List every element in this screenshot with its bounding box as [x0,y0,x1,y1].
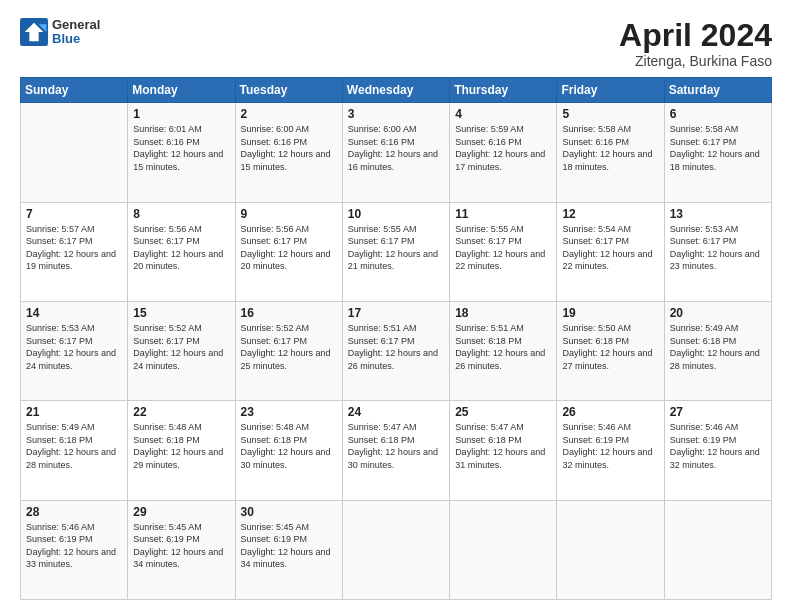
calendar-cell [664,500,771,599]
cell-info: Sunrise: 5:45 AMSunset: 6:19 PMDaylight:… [241,521,337,571]
day-number: 28 [26,505,122,519]
calendar-header-saturday: Saturday [664,78,771,103]
logo-general: General [52,18,100,32]
day-number: 9 [241,207,337,221]
day-number: 29 [133,505,229,519]
calendar-week-row: 7Sunrise: 5:57 AMSunset: 6:17 PMDaylight… [21,202,772,301]
cell-info: Sunrise: 5:54 AMSunset: 6:17 PMDaylight:… [562,223,658,273]
header: General Blue April 2024 Zitenga, Burkina… [20,18,772,69]
cell-info: Sunrise: 5:58 AMSunset: 6:17 PMDaylight:… [670,123,766,173]
cell-info: Sunrise: 5:46 AMSunset: 6:19 PMDaylight:… [670,421,766,471]
day-number: 6 [670,107,766,121]
calendar-cell: 27Sunrise: 5:46 AMSunset: 6:19 PMDayligh… [664,401,771,500]
calendar-cell: 17Sunrise: 5:51 AMSunset: 6:17 PMDayligh… [342,301,449,400]
day-number: 14 [26,306,122,320]
day-number: 8 [133,207,229,221]
cell-info: Sunrise: 5:56 AMSunset: 6:17 PMDaylight:… [133,223,229,273]
logo-text: General Blue [52,18,100,47]
day-number: 2 [241,107,337,121]
cell-info: Sunrise: 5:53 AMSunset: 6:17 PMDaylight:… [670,223,766,273]
calendar-cell: 19Sunrise: 5:50 AMSunset: 6:18 PMDayligh… [557,301,664,400]
day-number: 4 [455,107,551,121]
calendar-cell: 29Sunrise: 5:45 AMSunset: 6:19 PMDayligh… [128,500,235,599]
day-number: 23 [241,405,337,419]
cell-info: Sunrise: 5:52 AMSunset: 6:17 PMDaylight:… [241,322,337,372]
day-number: 5 [562,107,658,121]
logo-blue: Blue [52,32,100,46]
calendar-cell: 10Sunrise: 5:55 AMSunset: 6:17 PMDayligh… [342,202,449,301]
day-number: 13 [670,207,766,221]
calendar-cell: 20Sunrise: 5:49 AMSunset: 6:18 PMDayligh… [664,301,771,400]
cell-info: Sunrise: 5:52 AMSunset: 6:17 PMDaylight:… [133,322,229,372]
calendar-table: SundayMondayTuesdayWednesdayThursdayFrid… [20,77,772,600]
title-block: April 2024 Zitenga, Burkina Faso [619,18,772,69]
calendar-cell: 3Sunrise: 6:00 AMSunset: 6:16 PMDaylight… [342,103,449,202]
page: General Blue April 2024 Zitenga, Burkina… [0,0,792,612]
cell-info: Sunrise: 5:57 AMSunset: 6:17 PMDaylight:… [26,223,122,273]
cell-info: Sunrise: 6:00 AMSunset: 6:16 PMDaylight:… [241,123,337,173]
calendar-cell: 25Sunrise: 5:47 AMSunset: 6:18 PMDayligh… [450,401,557,500]
page-subtitle: Zitenga, Burkina Faso [619,53,772,69]
calendar-cell: 5Sunrise: 5:58 AMSunset: 6:16 PMDaylight… [557,103,664,202]
day-number: 19 [562,306,658,320]
cell-info: Sunrise: 5:46 AMSunset: 6:19 PMDaylight:… [26,521,122,571]
calendar-cell [557,500,664,599]
day-number: 26 [562,405,658,419]
page-title: April 2024 [619,18,772,53]
calendar-cell: 26Sunrise: 5:46 AMSunset: 6:19 PMDayligh… [557,401,664,500]
calendar-header-monday: Monday [128,78,235,103]
calendar-header-sunday: Sunday [21,78,128,103]
calendar-cell: 11Sunrise: 5:55 AMSunset: 6:17 PMDayligh… [450,202,557,301]
calendar-cell: 1Sunrise: 6:01 AMSunset: 6:16 PMDaylight… [128,103,235,202]
day-number: 20 [670,306,766,320]
calendar-cell [21,103,128,202]
calendar-cell: 16Sunrise: 5:52 AMSunset: 6:17 PMDayligh… [235,301,342,400]
calendar-cell: 2Sunrise: 6:00 AMSunset: 6:16 PMDaylight… [235,103,342,202]
calendar-cell: 13Sunrise: 5:53 AMSunset: 6:17 PMDayligh… [664,202,771,301]
cell-info: Sunrise: 5:47 AMSunset: 6:18 PMDaylight:… [455,421,551,471]
cell-info: Sunrise: 5:47 AMSunset: 6:18 PMDaylight:… [348,421,444,471]
day-number: 30 [241,505,337,519]
calendar-cell [450,500,557,599]
day-number: 22 [133,405,229,419]
cell-info: Sunrise: 5:49 AMSunset: 6:18 PMDaylight:… [670,322,766,372]
cell-info: Sunrise: 5:50 AMSunset: 6:18 PMDaylight:… [562,322,658,372]
calendar-cell: 18Sunrise: 5:51 AMSunset: 6:18 PMDayligh… [450,301,557,400]
cell-info: Sunrise: 5:48 AMSunset: 6:18 PMDaylight:… [133,421,229,471]
cell-info: Sunrise: 5:51 AMSunset: 6:18 PMDaylight:… [455,322,551,372]
cell-info: Sunrise: 5:55 AMSunset: 6:17 PMDaylight:… [348,223,444,273]
day-number: 3 [348,107,444,121]
cell-info: Sunrise: 5:56 AMSunset: 6:17 PMDaylight:… [241,223,337,273]
day-number: 12 [562,207,658,221]
calendar-week-row: 21Sunrise: 5:49 AMSunset: 6:18 PMDayligh… [21,401,772,500]
day-number: 18 [455,306,551,320]
calendar-header-friday: Friday [557,78,664,103]
cell-info: Sunrise: 5:51 AMSunset: 6:17 PMDaylight:… [348,322,444,372]
day-number: 21 [26,405,122,419]
calendar-header-wednesday: Wednesday [342,78,449,103]
calendar-header-tuesday: Tuesday [235,78,342,103]
cell-info: Sunrise: 5:46 AMSunset: 6:19 PMDaylight:… [562,421,658,471]
day-number: 1 [133,107,229,121]
calendar-week-row: 1Sunrise: 6:01 AMSunset: 6:16 PMDaylight… [21,103,772,202]
calendar-cell: 8Sunrise: 5:56 AMSunset: 6:17 PMDaylight… [128,202,235,301]
calendar-cell: 30Sunrise: 5:45 AMSunset: 6:19 PMDayligh… [235,500,342,599]
cell-info: Sunrise: 6:00 AMSunset: 6:16 PMDaylight:… [348,123,444,173]
calendar-week-row: 28Sunrise: 5:46 AMSunset: 6:19 PMDayligh… [21,500,772,599]
calendar-cell: 24Sunrise: 5:47 AMSunset: 6:18 PMDayligh… [342,401,449,500]
day-number: 24 [348,405,444,419]
cell-info: Sunrise: 6:01 AMSunset: 6:16 PMDaylight:… [133,123,229,173]
calendar-cell: 22Sunrise: 5:48 AMSunset: 6:18 PMDayligh… [128,401,235,500]
calendar-cell: 6Sunrise: 5:58 AMSunset: 6:17 PMDaylight… [664,103,771,202]
calendar-cell: 9Sunrise: 5:56 AMSunset: 6:17 PMDaylight… [235,202,342,301]
day-number: 15 [133,306,229,320]
cell-info: Sunrise: 5:49 AMSunset: 6:18 PMDaylight:… [26,421,122,471]
calendar-header-thursday: Thursday [450,78,557,103]
calendar-cell: 4Sunrise: 5:59 AMSunset: 6:16 PMDaylight… [450,103,557,202]
cell-info: Sunrise: 5:59 AMSunset: 6:16 PMDaylight:… [455,123,551,173]
calendar-week-row: 14Sunrise: 5:53 AMSunset: 6:17 PMDayligh… [21,301,772,400]
calendar-cell: 21Sunrise: 5:49 AMSunset: 6:18 PMDayligh… [21,401,128,500]
logo-icon [20,18,48,46]
day-number: 16 [241,306,337,320]
day-number: 17 [348,306,444,320]
